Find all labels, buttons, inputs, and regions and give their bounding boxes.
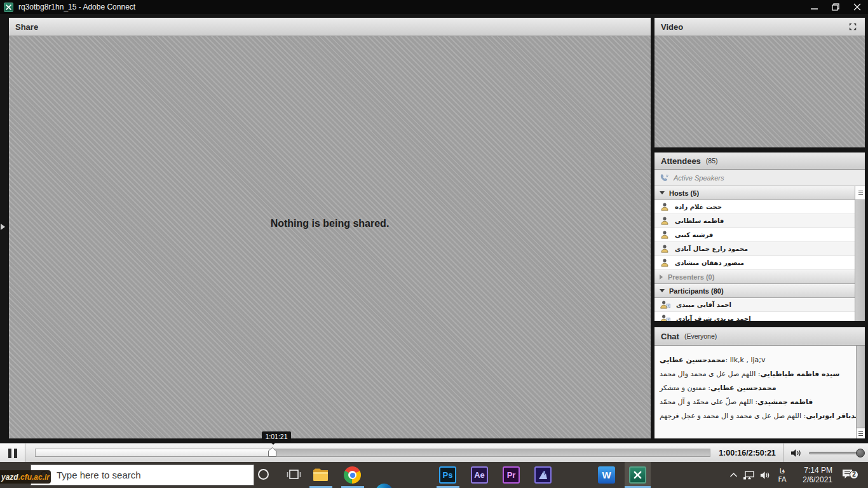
participants-group-header[interactable]: Participants (80) <box>654 284 855 298</box>
word-icon[interactable]: W <box>598 466 615 484</box>
chat-options-menu-icon[interactable] <box>857 428 865 438</box>
hosts-group-header[interactable]: Hosts (5) <box>654 186 865 200</box>
word-label: W <box>602 470 611 480</box>
pod-options-menu-icon[interactable] <box>855 186 865 200</box>
chat-sender: سیده فاطمه طباطبایی <box>760 370 839 378</box>
share-pod-title: Share <box>15 22 38 32</box>
tray-time: 7:14 PM <box>804 466 832 475</box>
window-title: rq3otbg8r1hn_15 - Adobe Connect <box>18 3 135 11</box>
attendee-row[interactable]: محمود زارع جمال آبادی <box>654 242 855 256</box>
collapse-arrow-icon[interactable] <box>660 289 665 292</box>
task-view-icon[interactable] <box>286 466 303 484</box>
participant-avatar-icon <box>660 314 671 321</box>
volume-zone <box>783 444 868 463</box>
chat-scrollbar[interactable] <box>856 346 865 438</box>
watermark-overlay: yazd.cfu.ac.ir <box>0 470 51 484</box>
restore-button[interactable] <box>825 0 846 14</box>
phone-icon <box>660 173 670 182</box>
attendee-name: فرشته کتبی <box>675 231 713 238</box>
attendee-row[interactable]: احمد آقایی میبدی <box>654 298 855 312</box>
attendee-row[interactable]: منصور دهقان منشادی <box>654 256 855 270</box>
network-icon[interactable] <box>742 462 757 488</box>
presenters-group-header[interactable]: Presenters (0) <box>654 270 855 284</box>
seek-bar[interactable] <box>35 449 710 457</box>
host-avatar-icon <box>660 230 670 240</box>
clock[interactable]: 7:14 PM 2/6/2021 <box>793 462 832 488</box>
after-effects-icon[interactable]: Ae <box>471 466 488 484</box>
adobe-connect-taskbar-tile[interactable] <box>625 462 651 488</box>
tray-volume-icon[interactable] <box>757 462 773 488</box>
pause-button[interactable] <box>0 444 25 463</box>
host-avatar-icon <box>660 202 670 212</box>
chat-sender: محمدحسین عطایی <box>660 356 725 364</box>
attendee-row[interactable]: حجت غلام زاده <box>654 200 855 214</box>
chat-text: اللهم صل عل ی محمد وال محمد <box>660 370 756 378</box>
participants-group-label: Participants (80) <box>669 287 724 295</box>
adobe-connect-logo-icon <box>4 3 13 12</box>
chat-text: ممنون و متشکر <box>660 384 706 392</box>
cortana-icon[interactable] <box>258 469 269 480</box>
chat-separator: : <box>706 384 710 392</box>
attendees-pod: Attendees (85) Active Speakers Hosts (5)… <box>654 152 865 321</box>
adobe-purple-app-icon[interactable] <box>534 466 552 484</box>
action-center-icon[interactable]: 2 <box>840 462 855 488</box>
scrollbar-track[interactable] <box>855 200 865 321</box>
chat-scope-label: (Everyone) <box>684 332 717 340</box>
minimize-button[interactable] <box>803 0 825 14</box>
search-input[interactable] <box>57 470 254 480</box>
share-pod-header: Share <box>9 18 651 36</box>
title-bar: rq3otbg8r1hn_15 - Adobe Connect <box>0 0 868 14</box>
photoshop-icon[interactable]: Ps <box>439 466 456 484</box>
attendees-pod-title: Attendees <box>661 156 701 166</box>
nothing-shared-message: Nothing is being shared. <box>9 218 651 229</box>
fullscreen-icon[interactable] <box>847 21 858 32</box>
attendee-row[interactable]: احمد مزیدی شرف آبادی <box>654 312 855 321</box>
edge-icon[interactable] <box>376 484 393 488</box>
hosts-group-label: Hosts (5) <box>669 189 699 197</box>
share-content-area: Nothing is being shared. <box>9 36 651 438</box>
taskbar: yazd.cfu.ac.ir Ps Ae Pr W فا <box>0 462 868 488</box>
host-avatar-icon <box>660 216 670 226</box>
chat-separator: : <box>725 356 729 364</box>
expand-arrow-icon[interactable] <box>660 274 663 280</box>
chat-message: محمدحسین عطایی: ممنون و متشکر <box>660 381 851 395</box>
host-avatar-icon <box>660 244 670 254</box>
tray-date: 2/6/2021 <box>803 475 832 485</box>
file-explorer-icon[interactable] <box>312 466 329 484</box>
taskbar-search[interactable] <box>31 464 254 485</box>
seek-time-tooltip: 1:01:21 <box>262 431 291 442</box>
attendee-row[interactable]: فرشته کتبی <box>654 228 855 242</box>
video-content-area <box>654 36 865 147</box>
seek-thumb[interactable] <box>268 447 276 459</box>
speaker-icon[interactable] <box>790 448 803 461</box>
attendee-name: فاطمه سلطانی <box>675 217 724 224</box>
chat-sender: فاطمه جمشیدی <box>757 398 813 406</box>
active-speakers-label: Active Speakers <box>674 174 724 182</box>
participant-avatar-icon <box>660 300 671 309</box>
volume-knob[interactable] <box>856 449 865 458</box>
chat-message: محمدباقر ابوترابی: اللهم صل عل ی محمد و … <box>660 409 851 423</box>
chat-pod-title: Chat <box>661 332 679 341</box>
premiere-icon[interactable]: Pr <box>503 466 520 484</box>
presenters-group-label: Presenters (0) <box>668 273 714 281</box>
attendees-pod-header: Attendees (85) <box>654 152 865 170</box>
chat-sender: محمدحسین عطایی <box>710 384 776 392</box>
close-button[interactable] <box>846 0 868 14</box>
chat-text: اللهم صلّ علی محمّد و آل محمّد <box>660 398 753 406</box>
chat-message: فاطمه جمشیدی: اللهم صلّ علی محمّد و آل م… <box>660 395 851 409</box>
collapse-arrow-icon[interactable] <box>660 191 665 194</box>
adobe-connect-icon <box>629 466 646 484</box>
attendee-name: احمد مزیدی شرف آبادی <box>676 315 751 321</box>
chat-message-list: محمدحسین عطایی: llk,k , lja;v سیده فاطمه… <box>654 346 856 423</box>
chat-message: سیده فاطمه طباطبایی: اللهم صل عل ی محمد … <box>660 367 851 381</box>
side-panel-expander-icon[interactable] <box>1 224 5 230</box>
watermark-text: .cfu.ac.ir <box>18 473 50 482</box>
video-pod: Video <box>654 18 865 147</box>
hidden-icons-chevron-icon[interactable] <box>727 462 740 488</box>
chrome-icon[interactable] <box>344 466 361 484</box>
photoshop-label: Ps <box>443 470 453 480</box>
attendee-row[interactable]: فاطمه سلطانی <box>654 214 855 228</box>
volume-slider[interactable] <box>809 452 862 454</box>
language-indicator[interactable]: فا FA <box>774 462 790 488</box>
attendees-scrollbar[interactable] <box>855 186 865 321</box>
